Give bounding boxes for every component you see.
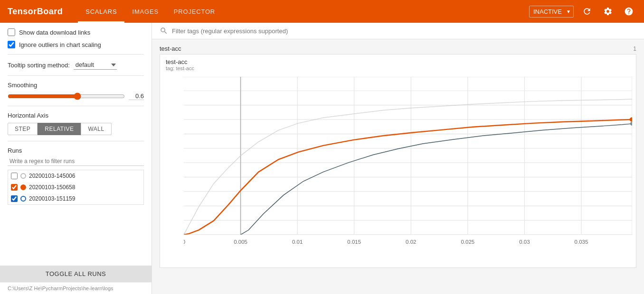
svg-text:0.015: 0.015 (347, 239, 361, 245)
run-item-3: 20200103-151159 (8, 193, 143, 204)
nav-scalars[interactable]: SCALARS (78, 0, 124, 23)
smoothing-row: 0.6 (8, 92, 144, 100)
status-select[interactable]: INACTIVE ACTIVE (529, 6, 574, 18)
sidebar: Show data download links Ignore outliers… (0, 23, 152, 294)
filter-input[interactable] (172, 28, 636, 35)
run-checkbox-2[interactable] (11, 184, 18, 191)
chart-title: test-acc (166, 58, 194, 65)
tooltip-select-wrapper: default ascending descending nearest (74, 60, 117, 70)
chart-svg: 0 0.1 0.2 0.3 0.4 0.5 0.6 0.7 0.8 0.9 1 … (184, 77, 632, 253)
svg-text:0.035: 0.035 (575, 239, 588, 245)
divider-1 (8, 54, 144, 55)
chart-end-dot-orange (630, 117, 632, 122)
ignore-outliers-checkbox[interactable] (8, 41, 15, 48)
chart-title-group: test-acc tag: test-acc (166, 58, 194, 71)
settings-button[interactable] (600, 4, 616, 19)
run-color-dot-1 (20, 173, 26, 179)
horizontal-axis-section: Horizontal Axis STEP RELATIVE WALL (8, 112, 144, 135)
chart-section-title: test-acc (160, 45, 181, 52)
smoothing-slider[interactable] (8, 92, 125, 100)
help-icon (624, 7, 634, 16)
svg-text:0.025: 0.025 (461, 239, 474, 245)
run-checkbox-3[interactable] (11, 195, 18, 202)
divider-3 (8, 106, 144, 106)
status-wrapper: INACTIVE ACTIVE ▼ (529, 6, 574, 18)
chart-section-count: 1 (633, 46, 636, 52)
chart-card-header: test-acc tag: test-acc (160, 55, 636, 73)
run-checkbox-1[interactable] (11, 173, 18, 179)
help-button[interactable] (621, 4, 636, 19)
svg-text:0.01: 0.01 (292, 239, 303, 245)
tooltip-sorting-label: Tooltip sorting method: (8, 62, 70, 69)
show-download-checkbox[interactable] (8, 28, 15, 36)
show-download-row: Show data download links (8, 28, 144, 36)
run-label-1: 20200103-145006 (29, 173, 75, 179)
ignore-outliers-label: Ignore outliers in chart scaling (19, 41, 101, 48)
chart-end-dot-gray (630, 122, 632, 126)
chart-container: 0 0.1 0.2 0.3 0.4 0.5 0.6 0.7 0.8 0.9 1 … (160, 73, 636, 267)
app-logo: TensorBoard (8, 7, 63, 17)
run-label-3: 20200103-151159 (29, 195, 75, 202)
divider-4 (8, 141, 144, 141)
footer-path: C:\Users\Z He\PycharmProjects\he-learn\l… (0, 282, 152, 294)
svg-text:0.005: 0.005 (234, 239, 247, 245)
chart-section-header: test-acc 1 (160, 43, 636, 54)
run-item-1: 20200103-145006 (8, 170, 143, 182)
filter-bar (152, 23, 644, 39)
axis-wall-button[interactable]: WALL (81, 123, 111, 135)
svg-text:0.03: 0.03 (519, 239, 530, 245)
header: TensorBoard SCALARS IMAGES PROJECTOR INA… (0, 0, 644, 23)
header-right: INACTIVE ACTIVE ▼ (529, 4, 636, 19)
tooltip-sorting-select[interactable]: default ascending descending nearest (74, 60, 117, 70)
refresh-icon (582, 7, 592, 16)
axis-step-button[interactable]: STEP (8, 123, 38, 135)
run-color-dot-2 (20, 184, 26, 190)
divider-2 (8, 75, 144, 76)
runs-list: 20200103-145006 20200103-150658 20200103… (8, 170, 144, 205)
axis-buttons-group: STEP RELATIVE WALL (8, 123, 144, 135)
main-layout: Show data download links Ignore outliers… (0, 23, 644, 294)
runs-title: Runs (8, 147, 144, 154)
nav-images[interactable]: IMAGES (124, 0, 166, 23)
svg-text:0.02: 0.02 (406, 239, 416, 245)
sidebar-content: Show data download links Ignore outliers… (0, 23, 152, 266)
toggle-all-button[interactable]: TOGGLE ALL RUNS (0, 266, 152, 282)
svg-text:0: 0 (184, 239, 185, 245)
horizontal-axis-title: Horizontal Axis (8, 112, 144, 119)
chart-area: test-acc 1 test-acc tag: test-acc (152, 39, 644, 294)
tooltip-sorting-row: Tooltip sorting method: default ascendin… (8, 60, 144, 70)
ignore-outliers-row: Ignore outliers in chart scaling (8, 41, 144, 48)
axis-relative-button[interactable]: RELATIVE (38, 123, 81, 135)
chart-card: test-acc tag: test-acc (160, 54, 636, 268)
smoothing-title: Smoothing (8, 82, 144, 89)
chart-subtitle: tag: test-acc (166, 65, 194, 71)
smoothing-value-input[interactable]: 0.6 (129, 92, 144, 100)
search-icon (160, 27, 168, 35)
show-download-label: Show data download links (19, 29, 90, 36)
run-color-dot-3 (20, 196, 26, 202)
run-label-2: 20200103-150658 (29, 184, 75, 191)
nav-projector[interactable]: PROJECTOR (166, 0, 223, 23)
refresh-button[interactable] (579, 4, 595, 19)
main-content: test-acc 1 test-acc tag: test-acc (152, 23, 644, 294)
runs-section: Runs 20200103-145006 20200103-150658 (8, 147, 144, 205)
settings-icon (603, 7, 613, 16)
runs-filter-input[interactable] (8, 157, 144, 166)
run-item-2: 20200103-150658 (8, 182, 143, 193)
main-nav: SCALARS IMAGES PROJECTOR (78, 0, 529, 23)
